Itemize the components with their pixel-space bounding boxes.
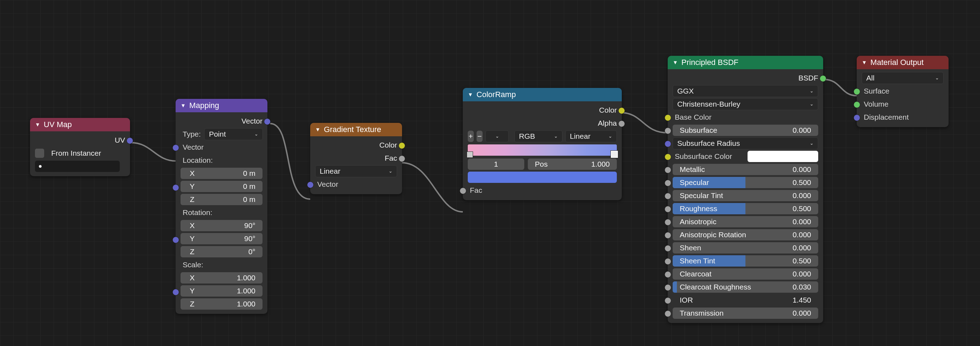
ramp-colormode-dropdown[interactable]: RGB⌄ xyxy=(514,130,562,142)
rot-y[interactable]: Y90° xyxy=(181,233,262,244)
socket-fac-in[interactable] xyxy=(460,187,466,194)
socket-fac-out[interactable] xyxy=(398,156,405,162)
rot-z[interactable]: Z0° xyxy=(181,246,262,257)
socket-in[interactable] xyxy=(665,310,671,317)
bsdf-11-slider[interactable]: Clearcoat0.000 xyxy=(673,268,818,279)
node-uv-map[interactable]: ▼ UV Map UV From Instancer • xyxy=(30,118,130,176)
loc-x[interactable]: X0 m xyxy=(181,168,262,179)
bsdf-4-slider[interactable]: Specular0.500 xyxy=(673,177,818,188)
socket-alpha-out[interactable] xyxy=(618,121,625,127)
bsdf-9-slider[interactable]: Sheen0.000 xyxy=(673,242,818,254)
socket-in[interactable] xyxy=(665,154,671,160)
ramp-color-swatch[interactable] xyxy=(468,171,617,183)
bsdf-1-dropdown[interactable]: Subsurface Radius⌄ xyxy=(673,137,818,149)
type-label: Type: xyxy=(181,130,200,138)
bsdf-3-slider[interactable]: Metallic0.000 xyxy=(673,164,818,175)
socket-vector-in[interactable] xyxy=(307,181,314,188)
bsdf-8-slider[interactable]: Anisotropic Rotation0.000 xyxy=(673,229,818,240)
output-target-dropdown[interactable]: All⌄ xyxy=(862,72,943,84)
node-header[interactable]: ▼ Principled BSDF xyxy=(668,56,823,69)
socket-in[interactable] xyxy=(665,245,671,252)
bsdf-5-slider[interactable]: Specular Tint0.000 xyxy=(673,190,818,201)
socket-in[interactable] xyxy=(665,127,671,134)
socket-color-out[interactable] xyxy=(398,142,405,149)
ramp-interp-dropdown[interactable]: Linear⌄ xyxy=(565,130,617,142)
bsdf-input-sheen: Sheen0.000 xyxy=(668,241,823,254)
ramp-pos[interactable]: Pos1.000 xyxy=(528,159,617,170)
uvmap-search[interactable]: • xyxy=(35,160,120,172)
socket-color-out[interactable] xyxy=(618,107,625,114)
collapse-icon[interactable]: ▼ xyxy=(181,102,186,108)
socket-in[interactable] xyxy=(665,141,671,147)
rot-x[interactable]: X90° xyxy=(181,220,262,231)
socket-surface-in[interactable] xyxy=(854,88,860,95)
bsdf-14-slider[interactable]: Transmission0.000 xyxy=(673,308,818,319)
ramp-add-button[interactable]: + xyxy=(468,131,474,142)
ramp-gradient[interactable] xyxy=(468,144,617,156)
collapse-icon[interactable]: ▼ xyxy=(35,121,40,127)
scl-y[interactable]: Y1.000 xyxy=(181,285,262,297)
bsdf-input-clearcoat: Clearcoat0.000 xyxy=(668,267,823,280)
bsdf-13-field[interactable]: IOR1.450 xyxy=(673,294,818,306)
node-material-output[interactable]: ▼ Material Output All⌄ Surface Volume Di… xyxy=(857,56,948,127)
bsdf-7-slider[interactable]: Anisotropic0.000 xyxy=(673,216,818,227)
socket-bsdf-out[interactable] xyxy=(819,75,826,82)
bsdf-distribution-dropdown[interactable]: GGX⌄ xyxy=(673,85,818,97)
socket-uv-out[interactable] xyxy=(126,137,133,144)
ramp-index[interactable]: 1 xyxy=(468,159,524,170)
node-mapping[interactable]: ▼ Mapping Vector Type: Point⌄ Vector Loc… xyxy=(176,99,267,314)
socket-in[interactable] xyxy=(665,206,671,213)
bsdf-0-slider[interactable]: Subsurface0.000 xyxy=(673,125,818,136)
collapse-icon[interactable]: ▼ xyxy=(673,59,678,65)
ramp-stop-0[interactable] xyxy=(467,151,473,158)
socket-in[interactable] xyxy=(665,258,671,265)
bsdf-10-slider[interactable]: Sheen Tint0.500 xyxy=(673,255,818,267)
from-instancer-checkbox[interactable] xyxy=(35,149,44,158)
type-dropdown[interactable]: Point⌄ xyxy=(204,128,263,140)
bsdf-input-metallic: Metallic0.000 xyxy=(668,163,823,176)
scl-z[interactable]: Z1.000 xyxy=(181,298,262,309)
node-colorramp[interactable]: ▼ ColorRamp Color Alpha + − ⌄ RGB⌄ Linea… xyxy=(463,88,622,200)
node-principled-bsdf[interactable]: ▼ Principled BSDF BSDF GGX⌄ Christensen-… xyxy=(668,56,823,323)
ramp-tools-dropdown[interactable]: ⌄ xyxy=(485,130,509,142)
bsdf-input-anisotropic: Anisotropic0.000 xyxy=(668,215,823,228)
node-title: Material Output xyxy=(870,58,923,67)
socket-in[interactable] xyxy=(665,284,671,291)
socket-in[interactable] xyxy=(665,193,671,200)
socket-vector-out[interactable] xyxy=(264,118,270,125)
socket-in[interactable] xyxy=(665,219,671,225)
collapse-icon[interactable]: ▼ xyxy=(315,126,320,132)
chevron-down-icon: ⌄ xyxy=(935,75,939,81)
bsdf-6-slider[interactable]: Roughness0.500 xyxy=(673,203,818,214)
bsdf-12-slider[interactable]: Clearcoat Roughness0.030 xyxy=(673,281,818,293)
node-header[interactable]: ▼ ColorRamp xyxy=(463,88,622,101)
socket-basecolor-in[interactable] xyxy=(665,114,671,121)
socket-in[interactable] xyxy=(665,232,671,239)
node-header[interactable]: ▼ Gradient Texture xyxy=(310,123,402,136)
socket-in[interactable] xyxy=(665,271,671,278)
socket-vector-in[interactable] xyxy=(172,144,179,151)
chevron-down-icon: ⌄ xyxy=(495,133,499,139)
subsurface-color-swatch[interactable] xyxy=(748,151,818,162)
socket-in[interactable] xyxy=(665,297,671,304)
chevron-down-icon: ⌄ xyxy=(554,133,558,139)
node-header[interactable]: ▼ Material Output xyxy=(857,56,948,69)
bsdf-subsurf-method-dropdown[interactable]: Christensen-Burley⌄ xyxy=(673,98,818,110)
node-gradient-texture[interactable]: ▼ Gradient Texture Color Fac Linear⌄ Vec… xyxy=(310,123,402,194)
collapse-icon[interactable]: ▼ xyxy=(468,91,473,97)
collapse-icon[interactable]: ▼ xyxy=(862,59,867,65)
socket-in[interactable] xyxy=(665,180,671,186)
node-header[interactable]: ▼ Mapping xyxy=(176,99,267,112)
bsdf-input-transmission: Transmission0.000 xyxy=(668,306,823,319)
scl-x[interactable]: X1.000 xyxy=(181,272,262,284)
ramp-stop-1[interactable] xyxy=(611,151,618,158)
loc-y[interactable]: Y0 m xyxy=(181,181,262,192)
node-header[interactable]: ▼ UV Map xyxy=(30,118,130,131)
loc-z[interactable]: Z0 m xyxy=(181,194,262,205)
node-title: ColorRamp xyxy=(477,90,516,99)
socket-displacement-in[interactable] xyxy=(854,114,860,121)
socket-in[interactable] xyxy=(665,167,671,173)
gradient-mode-dropdown[interactable]: Linear⌄ xyxy=(315,165,397,177)
ramp-remove-button[interactable]: − xyxy=(477,131,482,142)
socket-volume-in[interactable] xyxy=(854,101,860,108)
